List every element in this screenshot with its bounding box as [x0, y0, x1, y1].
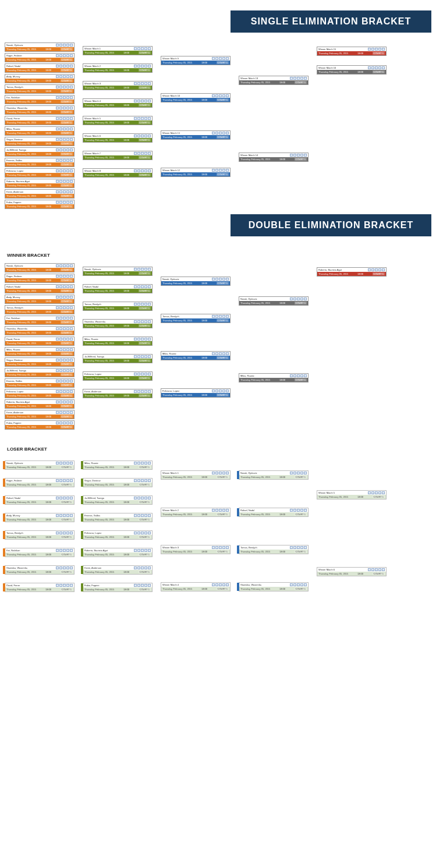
- player-name: Roberto, Bautista Agut: [6, 401, 30, 403]
- dw-col-2: Novak, Djokovic Thursday, February 05, 2…: [83, 263, 153, 402]
- match-card: Novak, Djokovic Thursday, February 05, 2…: [5, 263, 75, 272]
- match-time: 13:00: [45, 289, 51, 292]
- match-header: Andy, Murray: [5, 295, 74, 299]
- match-header: Fabio, Fognini: [5, 200, 74, 204]
- match-header: Winner Match 11: [161, 131, 230, 135]
- match-card: Rafael, Nadal Thursday, February 05, 201…: [239, 508, 309, 517]
- match-court: COURT 1: [217, 550, 229, 553]
- match-bar: Thursday, February 05, 2015 13:00 COURT …: [5, 341, 74, 345]
- match-bar: Thursday, February 05, 2015 13:00 COURT …: [5, 483, 74, 487]
- match-time: 13:00: [45, 69, 51, 72]
- match-bar: Thursday, February 05, 2015 13:00 COURT …: [161, 172, 230, 176]
- match-time: 13:00: [45, 279, 51, 282]
- player-name: Andy, Murray: [6, 75, 20, 78]
- match-time: 13:00: [45, 536, 51, 538]
- match-card: Kevin, Anderson Thursday, February 05, 2…: [5, 410, 75, 419]
- player-name: Milos, Raonic: [84, 462, 98, 465]
- player-name: Rafael, Nadal: [6, 65, 20, 68]
- match-court: COURT 1: [139, 359, 151, 362]
- match-time: 13:00: [45, 111, 51, 114]
- player-name: Andy, Murray: [6, 514, 20, 517]
- match-date: Thursday, February 05, 2015: [318, 272, 348, 275]
- player-name: Jo-Wilfried, Tsonga: [6, 369, 26, 372]
- match-card: Kevin, Anderson Thursday, February 05, 2…: [83, 389, 153, 398]
- player-name: David, Ferrer: [6, 584, 20, 587]
- match-header: Winner Match 1: [83, 47, 152, 51]
- match-header: Winner Match 16: [317, 66, 386, 70]
- match-card: Kei, Nishikori Thursday, February 05, 20…: [5, 316, 75, 325]
- match-header: Jo-Wilfried, Tsonga: [83, 355, 152, 359]
- se-col-qf: Winner Match 9 Thursday, February 05, 20…: [161, 42, 231, 191]
- match-header: Winner Match 1: [161, 471, 230, 475]
- match-card: Tomas, Berdych Thursday, February 05, 20…: [5, 305, 75, 314]
- match-header: Fabio, Fognini: [83, 583, 152, 587]
- match-court: COURT 1: [139, 571, 151, 573]
- match-date: Thursday, February 05, 2015: [84, 139, 114, 141]
- match-date: Thursday, February 05, 2015: [84, 324, 114, 327]
- match-header: Winner Match 8: [83, 169, 152, 173]
- match-header: Ernests, Gulbis: [83, 513, 152, 518]
- match-bar: Thursday, February 05, 2015 13:00 COURT …: [83, 359, 152, 363]
- match-header: Kevin, Anderson: [5, 190, 74, 194]
- match-time: 13:00: [45, 352, 51, 355]
- player-name: Milos, Raonic: [6, 127, 20, 130]
- match-header: Fabio, Fognini: [5, 421, 74, 425]
- match-time: 13:00: [123, 394, 129, 397]
- player-name: Winner Match 2: [84, 65, 101, 68]
- match-bar: Thursday, February 05, 2015 13:00 COURT …: [5, 278, 74, 282]
- match-date: Thursday, February 05, 2015: [6, 289, 36, 292]
- match-time: 13:00: [45, 121, 51, 124]
- player-name: Novak, Djokovic: [6, 264, 23, 267]
- match-card: Winner Match 6 Thursday, February 05, 20…: [317, 567, 387, 576]
- match-card: Feliciano, Lopez Thursday, February 05, …: [161, 388, 231, 398]
- match-date: Thursday, February 05, 2015: [6, 466, 36, 469]
- match-header: Feliciano, Lopez: [5, 169, 74, 173]
- player-name: Winner Match 6: [318, 568, 335, 571]
- player-name: Feliciano, Lopez: [162, 389, 179, 392]
- player-name: Novak, Djokovic: [240, 472, 257, 474]
- match-court: COURT 1: [139, 342, 151, 345]
- match-bar: Thursday, February 05, 2015 13:00 COURT …: [83, 86, 152, 90]
- match-date: Thursday, February 05, 2015: [6, 331, 36, 334]
- match-header: Kevin, Anderson: [83, 566, 152, 570]
- match-date: Thursday, February 05, 2015: [162, 476, 192, 479]
- match-court: COURT 1: [139, 377, 151, 380]
- match-card: Jo-Wilfried, Tsonga Thursday, February 0…: [83, 495, 153, 505]
- match-court: COURT 1: [139, 518, 151, 521]
- match-card: Roger, Federer Thursday, February 05, 20…: [5, 478, 75, 487]
- match-date: Thursday, February 05, 2015: [6, 536, 36, 538]
- match-time: 13:00: [45, 342, 51, 345]
- match-date: Thursday, February 05, 2015: [162, 136, 192, 139]
- match-card: Kei, Nishikori Thursday, February 05, 20…: [5, 95, 75, 104]
- match-card: Novak, Djokovic Thursday, February 05, 2…: [83, 267, 153, 276]
- match-court: COURT 1: [295, 513, 307, 516]
- player-name: Roger, Federer: [6, 275, 22, 278]
- player-name: David, Ferrer: [6, 117, 20, 120]
- match-date: Thursday, February 05, 2015: [6, 483, 36, 486]
- match-card: Winner Match 11 Thursday, February 05, 2…: [161, 130, 231, 140]
- match-time: 13:00: [123, 342, 129, 345]
- match-bar: Thursday, February 05, 2015 13:00 COURT …: [83, 341, 152, 345]
- player-name: Winner Match 11: [162, 132, 180, 134]
- player-name: Winner Match 16: [318, 66, 336, 69]
- match-court: COURT 1: [61, 536, 73, 538]
- match-time: 13:00: [45, 405, 51, 408]
- match-card: Rafael, Nadal Thursday, February 05, 201…: [83, 284, 153, 293]
- match-court: COURT 1: [139, 104, 151, 107]
- player-name: Winner Match 10: [162, 94, 180, 97]
- match-time: 13:00: [45, 415, 51, 418]
- match-header: Novak, Djokovic: [5, 43, 74, 47]
- match-time: 13:00: [123, 289, 129, 292]
- match-court: COURT 1: [139, 272, 151, 275]
- match-header: Winner Match 4: [161, 583, 230, 587]
- player-name: Tomas, Berdych: [6, 532, 23, 534]
- match-card: Roger, Federer Thursday, February 05, 20…: [5, 53, 75, 62]
- match-card: Winner Match 5 Thursday, February 05, 20…: [83, 116, 153, 125]
- match-court: COURT 1: [217, 394, 229, 396]
- match-card: Tomas, Berdych Thursday, February 05, 20…: [161, 314, 231, 323]
- match-card: David, Ferrer Thursday, February 05, 201…: [5, 116, 75, 125]
- match-bar: Thursday, February 05, 2015 13:00 COURT …: [83, 173, 152, 177]
- match-date: Thursday, February 05, 2015: [240, 550, 270, 553]
- match-date: Thursday, February 05, 2015: [162, 282, 192, 285]
- match-header: Roger, Federer: [5, 479, 74, 483]
